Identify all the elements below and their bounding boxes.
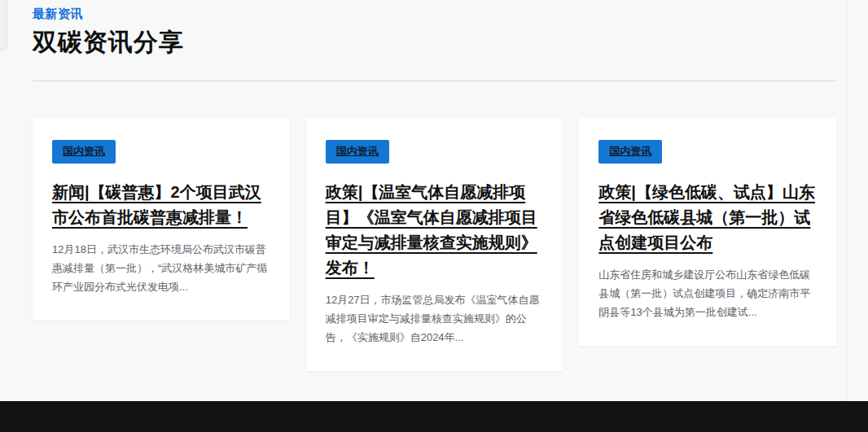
article-title-link[interactable]: 新闻|【碳普惠】2个项目武汉市公布首批碳普惠减排量！: [52, 180, 270, 230]
article-excerpt: 12月27日，市场监管总局发布《温室气体自愿减排项目审定与减排量核查实施规则》的…: [326, 291, 544, 347]
news-card-list: 国内资讯 新闻|【碳普惠】2个项目武汉市公布首批碳普惠减排量！ 12月18日，武…: [33, 118, 836, 371]
article-title-link[interactable]: 政策|【温室气体自愿减排项目】《温室气体自愿减排项目审定与减排量核查实施规则》发…: [326, 180, 544, 281]
article-title-link[interactable]: 政策|【绿色低碳、试点】山东省绿色低碳县城（第一批）试点创建项目公布: [598, 180, 817, 255]
section-eyebrow: 最新资讯: [33, 7, 836, 22]
footer-bar: [0, 401, 868, 432]
left-edge-scroll-handle: [0, 0, 7, 50]
category-tag[interactable]: 国内资讯: [52, 140, 116, 164]
news-section: 最新资讯 双碳资讯分享 国内资讯 新闻|【碳普惠】2个项目武汉市公布首批碳普惠减…: [33, 7, 836, 371]
section-divider: [33, 81, 836, 81]
right-edge-strip: [847, 0, 868, 401]
article-excerpt: 12月18日，武汉市生态环境局公布武汉市碳普惠减排量（第一批），“武汉格林美城市…: [52, 241, 270, 296]
category-tag[interactable]: 国内资讯: [326, 140, 389, 164]
category-tag[interactable]: 国内资讯: [598, 140, 662, 164]
news-card[interactable]: 国内资讯 新闻|【碳普惠】2个项目武汉市公布首批碳普惠减排量！ 12月18日，武…: [33, 118, 290, 321]
article-excerpt: 山东省住房和城乡建设厅公布山东省绿色低碳县城（第一批）试点创建项目，确定济南市平…: [598, 266, 817, 321]
page-title: 双碳资讯分享: [33, 26, 836, 59]
news-card[interactable]: 国内资讯 政策|【绿色低碳、试点】山东省绿色低碳县城（第一批）试点创建项目公布 …: [579, 118, 836, 346]
news-card[interactable]: 国内资讯 政策|【温室气体自愿减排项目】《温室气体自愿减排项目审定与减排量核查实…: [306, 118, 563, 371]
